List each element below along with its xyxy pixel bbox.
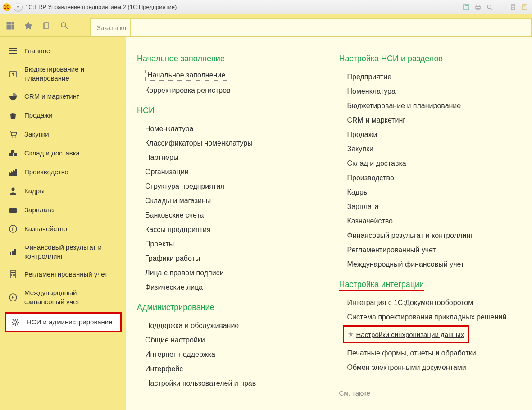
link-edoc-exchange[interactable]: Обмен электронными документами (347, 360, 523, 375)
link-signatories[interactable]: Лица с правом подписи (145, 266, 321, 280)
star-icon: ★ (348, 330, 354, 338)
link-enterprise[interactable]: Предприятие (347, 70, 523, 84)
svg-point-43 (11, 274, 12, 275)
link-sync-settings[interactable]: ★Настройки синхронизации данных (348, 328, 464, 340)
link-crm-r[interactable]: CRM и маркетинг (347, 113, 523, 128)
svg-rect-17 (12, 25, 14, 27)
link-bank-accounts[interactable]: Банковские счета (145, 208, 321, 223)
link-interface[interactable]: Интерфейс (145, 362, 321, 376)
sidebar-item-crm[interactable]: CRM и маркетинг (0, 87, 126, 106)
link-salary-r[interactable]: Зарплата (347, 200, 523, 214)
svg-rect-31 (14, 153, 17, 156)
link-print-forms[interactable]: Печатные формы, отчеты и обработки (347, 346, 523, 360)
link-warehouses-stores[interactable]: Склады и магазины (145, 194, 321, 208)
boxes-icon (8, 148, 18, 158)
link-sales-r[interactable]: Продажи (347, 128, 523, 142)
tab-orders-label: Заказы кл (97, 24, 126, 32)
link-general-settings[interactable]: Общие настройки (145, 333, 321, 347)
highlighted-link-box: ★Настройки синхронизации данных (343, 325, 469, 343)
svg-rect-25 (9, 50, 17, 51)
link-organizations[interactable]: Организации (145, 165, 321, 179)
save-icon[interactable] (462, 3, 471, 12)
sidebar-item-label: Склад и доставка (24, 149, 80, 158)
sidebar-item-label: Главное (24, 46, 50, 55)
sidebar-item-treasury[interactable]: ₽Казначейство (0, 219, 126, 238)
calc-icon (8, 269, 18, 279)
history-icon[interactable] (41, 21, 51, 31)
svg-rect-1 (465, 5, 468, 6)
search-toolbar-icon[interactable] (59, 21, 69, 31)
sidebar-item-sales[interactable]: Продажи (0, 106, 126, 125)
sidebar-item-accounting[interactable]: Регламентированный учет (0, 265, 126, 284)
sidebar-item-budgeting[interactable]: Бюджетирование и планирование (0, 60, 126, 87)
svg-rect-40 (14, 249, 16, 255)
link-treasury-r[interactable]: Казначейство (347, 214, 523, 228)
sidebar-item-purchases[interactable]: Закупки (0, 125, 126, 144)
link-nomenclature-classifiers[interactable]: Классификаторы номенклатуры (145, 136, 321, 150)
sidebar-item-production[interactable]: Производство (0, 163, 126, 182)
link-internet-support[interactable]: Интернет-поддержка (145, 347, 321, 362)
section-title-nsi: НСИ (137, 106, 321, 115)
link-initial-fill-link[interactable]: Начальное заполнение (145, 70, 227, 81)
see-also-label: См. также (339, 389, 523, 397)
star-icon[interactable] (23, 21, 33, 31)
svg-point-51 (14, 321, 17, 323)
link-user-settings[interactable]: Настройки пользователей и прав (145, 376, 321, 391)
link-purchases-r[interactable]: Закупки (347, 142, 523, 156)
tab-orders[interactable]: Заказы кл (90, 18, 131, 36)
sidebar-item-home[interactable]: Главное (0, 41, 126, 60)
link-support[interactable]: Поддержка и обслуживание (145, 319, 321, 333)
tab-main-panel[interactable] (131, 18, 532, 36)
svg-rect-39 (12, 251, 14, 255)
link-finance-r[interactable]: Финансовый результат и контроллинг (347, 228, 523, 243)
link-nomenclature[interactable]: Номенклатура (145, 122, 321, 136)
link-enterprise-structure[interactable]: Структура предприятия (145, 179, 321, 194)
svg-rect-11 (523, 5, 526, 7)
svg-point-45 (14, 274, 15, 275)
svg-point-48 (14, 275, 15, 276)
link-hr-r[interactable]: Кадры (347, 185, 523, 200)
sidebar-item-ifrs[interactable]: €Международный финансовый учет (0, 284, 126, 310)
sidebar-item-label: Зарплата (24, 205, 54, 214)
link-accounting-r[interactable]: Регламентированный учет (347, 243, 523, 257)
favorite-icon[interactable] (497, 3, 506, 12)
sidebar-item-label: Регламентированный учет (24, 270, 108, 279)
sidebar-item-finance[interactable]: Финансовый результат и контроллинг (0, 238, 126, 265)
link-partners[interactable]: Партнеры (145, 150, 321, 165)
link-nomenclature-r[interactable]: Номенклатура (347, 84, 523, 99)
nav-dropdown-icon[interactable] (14, 3, 23, 12)
link-production-r[interactable]: Производство (347, 171, 523, 185)
sidebar-item-nsi-admin[interactable]: НСИ и администрирование (5, 312, 122, 332)
apps-grid-icon[interactable] (5, 21, 15, 31)
link-budgeting-r[interactable]: Бюджетирование и планирование (347, 99, 523, 113)
content-column-right: Настройка НСИ и разделовПредприятиеНомен… (339, 46, 523, 410)
link-design-system[interactable]: Система проектирования прикладных решени… (347, 310, 523, 324)
sidebar-item-hr[interactable]: Кадры (0, 182, 126, 200)
sidebar-item-label: Производство (24, 168, 68, 177)
sidebar-item-label: Казначейство (24, 224, 67, 233)
svg-rect-15 (7, 25, 9, 27)
search-icon[interactable] (485, 3, 494, 12)
svg-point-44 (13, 274, 14, 275)
link-individuals[interactable]: Физические лица (145, 280, 321, 295)
link-work-schedules[interactable]: Графики работы (145, 251, 321, 266)
link-ifrs-r[interactable]: Международный финансовый учет (347, 257, 523, 272)
link-doc-flow[interactable]: Интеграция с 1С:Документооборотом (347, 296, 523, 310)
svg-point-22 (61, 23, 66, 27)
svg-rect-30 (9, 153, 13, 156)
sidebar-item-warehouse[interactable]: Склад и доставка (0, 144, 126, 163)
link-warehouse-r[interactable]: Склад и доставка (347, 156, 523, 171)
svg-point-47 (13, 275, 14, 276)
section-title-integration: Настройка интеграции (339, 280, 523, 289)
section-title-nsi-sections: Настройка НСИ и разделов (339, 54, 523, 64)
factory-icon (8, 167, 18, 177)
link-projects[interactable]: Проекты (145, 237, 321, 251)
link-register-correction[interactable]: Корректировка регистров (145, 83, 321, 98)
link-cash-registers[interactable]: Кассы предприятия (145, 223, 321, 237)
calculator-icon[interactable] (520, 3, 529, 12)
print-icon[interactable] (473, 3, 482, 12)
svg-rect-14 (12, 22, 14, 24)
svg-rect-12 (7, 22, 9, 24)
sidebar-item-salary[interactable]: Зарплата (0, 200, 126, 219)
clipboard-icon[interactable] (509, 3, 518, 12)
